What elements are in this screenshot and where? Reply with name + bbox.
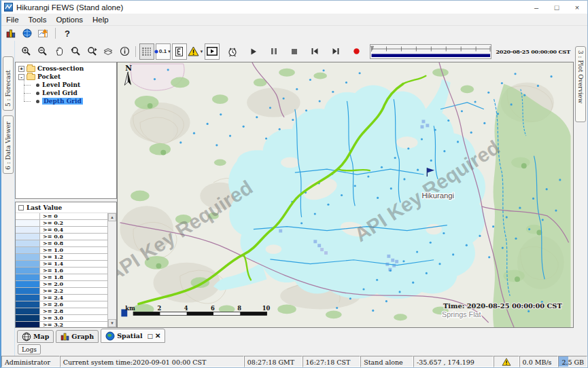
memory-usage: 2.5 GB bbox=[558, 356, 587, 367]
globe-icon bbox=[22, 29, 32, 38]
warning-dropdown[interactable]: ▼ bbox=[188, 43, 203, 60]
warning-icon bbox=[502, 358, 511, 366]
tree-node-depth-grid[interactable]: Depth Grid bbox=[16, 97, 116, 105]
scroll-down-icon[interactable]: ▼ bbox=[108, 319, 116, 327]
tree-node-pocket[interactable]: - Pocket bbox=[16, 73, 116, 81]
tree-label[interactable]: Pocket bbox=[37, 73, 60, 80]
warning-indicator[interactable] bbox=[494, 356, 519, 367]
tab-map[interactable]: Map bbox=[17, 330, 54, 343]
pause-button[interactable] bbox=[266, 43, 281, 60]
database-viewer-button[interactable] bbox=[4, 26, 18, 40]
tab-spatial[interactable]: Spatial □ ✕ bbox=[101, 329, 165, 343]
tab-close-icon[interactable]: ✕ bbox=[155, 332, 160, 339]
legend-label: >= 0.2 bbox=[40, 220, 63, 226]
step-back-button[interactable] bbox=[307, 43, 322, 60]
animation-display-button[interactable] bbox=[205, 43, 220, 60]
stop-icon bbox=[291, 48, 298, 55]
menu-file[interactable]: File bbox=[1, 16, 24, 24]
legend-list: >= 0>= 0.2>= 0.4>= 0.6>= 0.8>= 1.0>= 1.2… bbox=[16, 213, 107, 327]
expander-icon[interactable]: + bbox=[18, 66, 24, 72]
tab-forecast[interactable]: 5 : Forecast bbox=[3, 56, 14, 111]
timeseries-display-button[interactable] bbox=[37, 26, 50, 40]
play-button[interactable] bbox=[246, 43, 261, 60]
legend-title: Last Value bbox=[27, 204, 62, 211]
legend-label: >= 3.2 bbox=[40, 322, 63, 327]
time-slider[interactable] bbox=[370, 44, 492, 59]
legend-swatch bbox=[16, 227, 40, 233]
system-time: Current system time:2020-09-01 00:00 CST bbox=[60, 356, 244, 367]
bullet-icon bbox=[36, 92, 39, 95]
svg-text:8: 8 bbox=[237, 305, 241, 312]
tree-label[interactable]: Level Point bbox=[42, 81, 80, 88]
legend-swatch bbox=[16, 247, 40, 253]
map-display-button[interactable] bbox=[20, 26, 34, 40]
legend-row[interactable]: >= 3.2 bbox=[16, 322, 107, 327]
tree-label-selected[interactable]: Depth Grid bbox=[42, 98, 83, 105]
map-canvas[interactable]: API Key Required API Key Required Hikura… bbox=[118, 62, 573, 327]
layers-button[interactable] bbox=[101, 43, 116, 60]
tab-data-viewer[interactable]: 6 : Data Viewer bbox=[3, 115, 14, 174]
play-icon bbox=[249, 48, 258, 56]
map-time-label: Time: 2020-08-25 00:00:00 CST bbox=[443, 302, 562, 310]
svg-text:4: 4 bbox=[184, 305, 188, 312]
time-slider-thumb bbox=[370, 46, 373, 50]
place-label: Springs Flat bbox=[442, 310, 481, 318]
help-button[interactable]: ? bbox=[60, 26, 74, 40]
legend-panel: Last Value >= 0>= 0.2>= 0.4>= 0.6>= 0.8>… bbox=[15, 202, 117, 328]
tab-graph[interactable]: Graph bbox=[56, 330, 99, 343]
time-slider-track bbox=[370, 45, 491, 58]
legend-label: >= 2.8 bbox=[40, 308, 63, 314]
zoom-out-button[interactable] bbox=[35, 43, 50, 60]
legend-swatch bbox=[16, 234, 40, 240]
step-forward-button[interactable] bbox=[328, 43, 343, 60]
tree-label[interactable]: Level Grid bbox=[42, 90, 77, 96]
close-button[interactable]: × bbox=[567, 1, 587, 14]
center-column: 0.1 ▼ ▼ bbox=[15, 41, 574, 356]
minimize-button[interactable]: – bbox=[526, 1, 547, 14]
zoom-in-button[interactable] bbox=[19, 43, 34, 60]
zoom-previous-button[interactable] bbox=[68, 43, 83, 60]
last-value-checkbox[interactable] bbox=[18, 205, 24, 210]
tab-plot-overview[interactable]: 3 : Plot Overview bbox=[575, 46, 586, 122]
tree-node-level-grid[interactable]: Level Grid bbox=[16, 89, 116, 97]
tab-restore-icon[interactable]: □ bbox=[148, 333, 154, 339]
operation-mode: Stand alone bbox=[360, 356, 413, 367]
info-button[interactable] bbox=[117, 43, 132, 60]
tree-label[interactable]: Cross-section bbox=[37, 65, 84, 72]
stop-button[interactable] bbox=[287, 43, 302, 60]
folder-icon bbox=[27, 66, 35, 72]
legend-label: >= 0 bbox=[40, 213, 58, 219]
tab-label: Graph bbox=[71, 333, 94, 340]
pan-button[interactable] bbox=[52, 43, 67, 60]
record-button[interactable] bbox=[349, 43, 364, 60]
legend-toggle-button[interactable] bbox=[172, 43, 187, 60]
animation-settings-button[interactable] bbox=[225, 43, 240, 60]
legend-scrollbar[interactable]: ▲ ▼ bbox=[107, 213, 116, 327]
tree-node-cross-section[interactable]: + Cross-section bbox=[16, 65, 116, 73]
logs-button[interactable]: Logs bbox=[18, 344, 41, 354]
tree-node-level-point[interactable]: Level Point bbox=[16, 81, 116, 89]
legend-label: >= 1.8 bbox=[40, 274, 63, 280]
skip-start-icon bbox=[311, 48, 319, 55]
menu-options[interactable]: Options bbox=[51, 16, 88, 24]
map-viewport[interactable]: API Key Required API Key Required Hikura… bbox=[117, 62, 574, 328]
legend-swatch bbox=[16, 301, 40, 308]
legend-swatch bbox=[16, 254, 40, 260]
toolbar-separator bbox=[135, 46, 136, 57]
class-breaks-dropdown[interactable]: 0.1 ▼ bbox=[156, 43, 171, 60]
title-bar: Hikurangi FEWS (Stand alone) – □ × bbox=[1, 1, 587, 14]
zoom-next-button[interactable] bbox=[84, 43, 99, 60]
class-breaks-value: 0.1 bbox=[159, 48, 167, 54]
menu-tools[interactable]: Tools bbox=[24, 16, 52, 24]
legend-label: >= 2.0 bbox=[40, 281, 63, 287]
pause-icon bbox=[271, 48, 277, 55]
layers-icon bbox=[103, 46, 114, 56]
zoom-next-icon bbox=[86, 46, 98, 57]
maximize-button[interactable]: □ bbox=[547, 1, 567, 14]
menu-help[interactable]: Help bbox=[88, 16, 114, 24]
timeseries-chart-icon bbox=[38, 29, 49, 39]
town-label: Hikurangi bbox=[421, 191, 454, 200]
bullet-icon bbox=[36, 84, 39, 87]
grid-display-button[interactable] bbox=[139, 43, 154, 60]
scroll-up-icon[interactable]: ▲ bbox=[108, 213, 116, 221]
